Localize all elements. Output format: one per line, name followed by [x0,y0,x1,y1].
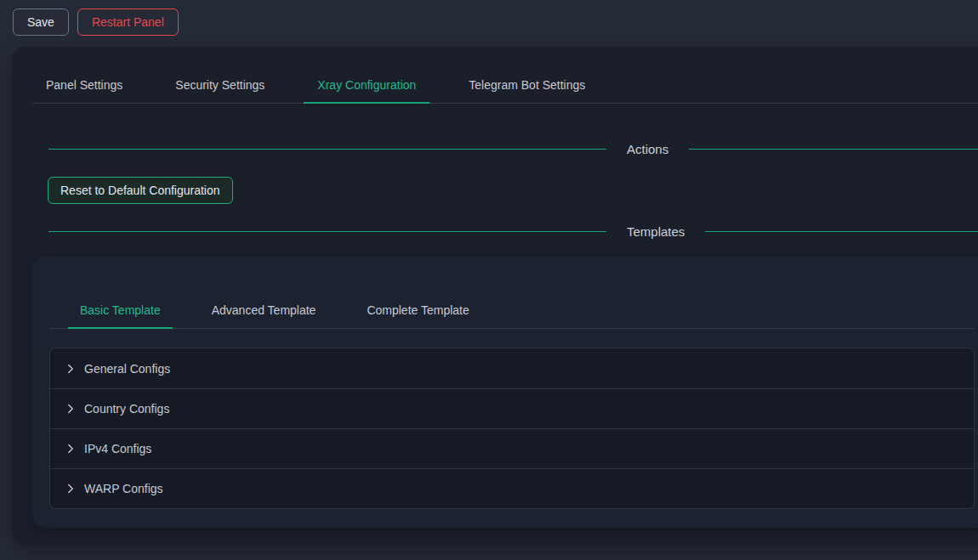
templates-divider-label: Templates [627,224,685,239]
divider-line-left [48,149,606,150]
divider-line-left [48,231,606,232]
collapse-header-general-configs[interactable]: General Configs [50,348,974,388]
settings-tabbar: Panel Settings Security Settings Xray Co… [32,67,978,104]
chevron-right-icon [65,444,76,454]
reset-default-config-button[interactable]: Reset to Default Configuration [48,177,233,204]
chevron-right-icon [65,404,76,414]
templates-card: Basic Template Advanced Template Complet… [32,256,978,528]
tab-xray-configuration[interactable]: Xray Configuration [304,67,429,103]
topbar: Save Restart Panel [0,0,978,44]
collapse-header-country-configs[interactable]: Country Configs [50,388,974,428]
template-tabbar: Basic Template Advanced Template Complet… [49,292,975,329]
tab-telegram-bot-settings[interactable]: Telegram Bot Settings [455,67,599,103]
chevron-right-icon [65,484,76,494]
tab-basic-template[interactable]: Basic Template [68,292,173,328]
tab-panel-settings[interactable]: Panel Settings [32,67,136,103]
tab-advanced-template[interactable]: Advanced Template [200,292,328,328]
actions-divider-label: Actions [627,142,668,156]
actions-divider: Actions [48,140,978,157]
chevron-right-icon [65,364,76,374]
collapse-header-label: IPv4 Configs [84,442,151,455]
restart-panel-button[interactable]: Restart Panel [77,8,179,36]
collapse-header-ipv4-configs[interactable]: IPv4 Configs [50,428,974,468]
collapse-header-warp-configs[interactable]: WARP Configs [50,468,974,508]
config-collapse-list: General Configs Country Configs IPv4 Con… [49,348,975,509]
divider-line-right [689,149,978,150]
save-button[interactable]: Save [13,8,69,36]
divider-line-right [705,231,978,232]
templates-divider: Templates [48,223,978,240]
collapse-header-label: General Configs [84,362,170,376]
tab-security-settings[interactable]: Security Settings [162,67,278,103]
tab-complete-template[interactable]: Complete Template [355,292,480,328]
collapse-header-label: WARP Configs [84,482,163,495]
settings-card: Panel Settings Security Settings Xray Co… [12,47,978,544]
collapse-header-label: Country Configs [84,402,169,416]
